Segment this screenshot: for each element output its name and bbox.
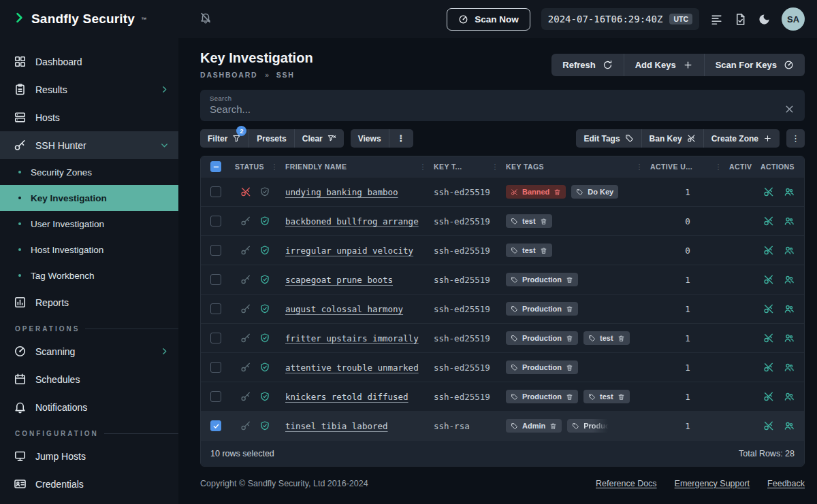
ban-key-icon[interactable] xyxy=(763,245,774,256)
create-zone-button[interactable]: Create Zone xyxy=(704,129,780,148)
ban-key-icon[interactable] xyxy=(763,274,774,285)
key-tag[interactable]: Production xyxy=(506,360,578,374)
ban-key-icon[interactable] xyxy=(763,216,774,226)
activity-log-icon[interactable] xyxy=(710,13,723,26)
sidebar-item-key-investigation[interactable]: Key Investigation xyxy=(0,185,178,211)
scan-for-keys-button[interactable]: Scan For Keys xyxy=(705,54,805,76)
table-row[interactable]: backboned bullfrog arrangessh-ed25519tes… xyxy=(201,206,804,235)
ban-key-icon[interactable] xyxy=(763,333,774,343)
column-resize-handle[interactable]: ⋮ xyxy=(492,163,502,171)
sidebar-item-credentials[interactable]: Credentials xyxy=(0,470,178,498)
views-menu-button[interactable]: ⋮ xyxy=(389,129,413,148)
breadcrumb-dashboard[interactable]: DASHBOARD xyxy=(200,71,257,79)
ban-key-icon[interactable] xyxy=(763,362,774,373)
more-actions-button[interactable]: ⋮ xyxy=(786,129,805,148)
table-row[interactable]: irregular unpaid velocityssh-ed25519test… xyxy=(201,235,804,265)
docs-icon[interactable] xyxy=(734,13,747,26)
key-tag[interactable]: test xyxy=(506,243,552,257)
scan-now-button[interactable]: Scan Now xyxy=(447,8,530,31)
key-tag[interactable]: Production xyxy=(506,302,578,316)
ban-key-icon[interactable] xyxy=(763,391,774,402)
row-checkbox[interactable] xyxy=(210,274,221,285)
manage-users-icon[interactable] xyxy=(784,303,795,314)
sidebar-item-schedules[interactable]: Schedules xyxy=(0,365,178,393)
friendly-name-link[interactable]: tinsel tibia labored xyxy=(285,421,388,431)
key-tag[interactable]: Production xyxy=(506,331,578,345)
table-row[interactable]: fritter upstairs immorallyssh-ed25519Pro… xyxy=(201,323,804,352)
table-row[interactable]: knickers retold diffusedssh-ed25519Produ… xyxy=(201,382,804,411)
edit-tags-button[interactable]: Edit Tags xyxy=(576,129,641,148)
ban-key-icon[interactable] xyxy=(763,303,774,314)
reference-docs-link[interactable]: Reference Docs xyxy=(596,479,657,488)
row-checkbox[interactable] xyxy=(210,186,221,197)
row-checkbox[interactable] xyxy=(210,362,221,373)
views-button[interactable]: Views xyxy=(351,129,389,148)
column-resize-handle[interactable]: ⋮ xyxy=(419,163,430,171)
row-checkbox[interactable] xyxy=(210,391,221,402)
friendly-name-link[interactable]: fritter upstairs immorally xyxy=(285,333,419,343)
key-tag[interactable]: Admin xyxy=(506,419,562,433)
column-resize-handle[interactable]: ⋮ xyxy=(271,163,281,171)
key-tag[interactable]: Production xyxy=(506,273,578,286)
col-friendly-name[interactable]: FRIENDLY NAME xyxy=(285,163,347,171)
add-keys-button[interactable]: Add Keys xyxy=(624,54,705,76)
clear-filters-button[interactable]: Clear xyxy=(295,129,344,148)
friendly-name-link[interactable]: undying banking bamboo xyxy=(285,187,398,197)
sidebar-item-tag-workbench[interactable]: Tag Workbench xyxy=(0,263,178,288)
emergency-support-link[interactable]: Emergency Support xyxy=(675,479,750,488)
filter-button[interactable]: Filter 2 xyxy=(200,129,249,148)
manage-users-icon[interactable] xyxy=(784,274,795,285)
col-key-tags[interactable]: KEY TAGS xyxy=(506,163,544,171)
sidebar-item-jump-hosts[interactable]: Jump Hosts xyxy=(0,442,178,470)
row-checkbox[interactable] xyxy=(210,245,221,256)
key-tag[interactable]: Do Key xyxy=(571,185,618,199)
column-resize-handle[interactable]: ⋮ xyxy=(636,163,646,171)
notifications-muted-icon[interactable] xyxy=(199,12,212,27)
ban-key-button[interactable]: Ban Key xyxy=(642,129,704,148)
ban-key-icon[interactable] xyxy=(763,186,774,197)
feedback-link[interactable]: Feedback xyxy=(767,479,805,488)
sidebar-item-results[interactable]: Results xyxy=(0,75,178,103)
clear-search-icon[interactable] xyxy=(784,103,795,115)
table-row[interactable]: scapegoat prune bootsssh-ed25519Producti… xyxy=(201,265,804,294)
column-resize-handle[interactable]: ⋮ xyxy=(715,163,725,171)
table-row[interactable]: undying banking bamboossh-ed25519BannedD… xyxy=(201,177,804,206)
row-checkbox[interactable] xyxy=(210,303,221,314)
sidebar-item-user-investigation[interactable]: User Investigation xyxy=(0,211,178,237)
key-tag[interactable]: test xyxy=(583,331,630,345)
sidebar-item-notifications[interactable]: Notifications xyxy=(0,393,178,421)
sidebar-item-scanning[interactable]: Scanning xyxy=(0,337,178,365)
sidebar-item-ssh-hunter[interactable]: SSH Hunter xyxy=(0,131,178,159)
key-tag[interactable]: Producti xyxy=(567,419,609,433)
table-row[interactable]: tinsel tibia laboredssh-rsaAdminProducti… xyxy=(201,411,804,440)
sidebar-item-host-investigation[interactable]: Host Investigation xyxy=(0,237,178,263)
row-checkbox[interactable] xyxy=(210,216,221,226)
manage-users-icon[interactable] xyxy=(784,333,795,343)
manage-users-icon[interactable] xyxy=(784,362,795,373)
row-checkbox[interactable] xyxy=(210,420,221,431)
key-tag[interactable]: test xyxy=(506,214,552,228)
col-key-type[interactable]: KEY T... xyxy=(434,163,462,171)
presets-button[interactable]: Presets xyxy=(249,129,294,148)
avatar[interactable]: SA xyxy=(782,7,805,31)
table-row[interactable]: attentive trouble unmarkedssh-ed25519Pro… xyxy=(201,352,804,382)
key-tag[interactable]: Banned xyxy=(506,185,566,199)
manage-users-icon[interactable] xyxy=(784,391,795,402)
manage-users-icon[interactable] xyxy=(784,216,795,226)
sidebar-item-hosts[interactable]: Hosts xyxy=(0,103,178,131)
row-checkbox[interactable] xyxy=(210,333,221,343)
select-all-checkbox[interactable] xyxy=(210,161,221,172)
friendly-name-link[interactable]: backboned bullfrog arrange xyxy=(285,216,419,226)
friendly-name-link[interactable]: knickers retold diffused xyxy=(285,392,408,402)
friendly-name-link[interactable]: attentive trouble unmarked xyxy=(285,363,419,373)
col-activ[interactable]: ACTIV xyxy=(729,163,752,171)
manage-users-icon[interactable] xyxy=(784,245,795,256)
sidebar-item-dashboard[interactable]: Dashboard xyxy=(0,48,178,75)
friendly-name-link[interactable]: august colossal harmony xyxy=(285,304,403,314)
key-tag[interactable]: Production xyxy=(506,390,578,403)
table-row[interactable]: august colossal harmonyssh-ed25519Produc… xyxy=(201,294,804,323)
manage-users-icon[interactable] xyxy=(784,186,795,197)
dark-mode-moon-icon[interactable] xyxy=(758,13,771,26)
refresh-button[interactable]: Refresh xyxy=(551,54,624,76)
sidebar-item-security-zones[interactable]: Security Zones xyxy=(0,159,178,185)
